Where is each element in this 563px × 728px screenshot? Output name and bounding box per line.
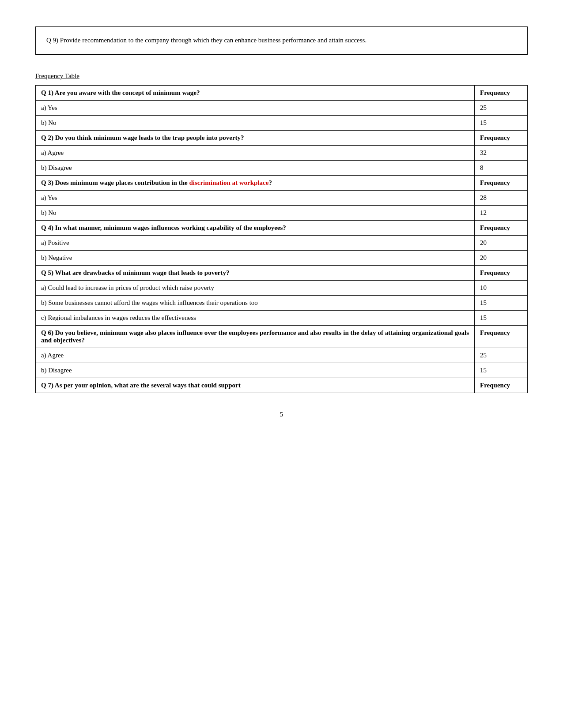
table-row: Q 5) What are drawbacks of minimum wage … [36, 265, 528, 280]
question-text: Q 1) Are you aware with the concept of m… [41, 89, 200, 96]
question-text: Q 7) As per your opinion, what are the s… [41, 382, 241, 389]
freq-cell: 15 [475, 115, 528, 130]
answer-cell: a) Could lead to increase in prices of p… [36, 280, 475, 295]
page-number: 5 [35, 411, 528, 418]
answer-cell: b) No [36, 115, 475, 130]
freq-cell: 25 [475, 348, 528, 363]
freq-cell: 25 [475, 100, 528, 115]
table-row: Q 1) Are you aware with the concept of m… [36, 85, 528, 100]
question-cell: Q 1) Are you aware with the concept of m… [36, 85, 475, 100]
freq-cell: 8 [475, 160, 528, 175]
freq-cell: 15 [475, 363, 528, 378]
table-row: b) Some businesses cannot afford the wag… [36, 295, 528, 310]
answer-cell: b) No [36, 205, 475, 220]
table-row: b) Disagree 8 [36, 160, 528, 175]
freq-header: Frequency [475, 325, 528, 348]
freq-header: Frequency [475, 378, 528, 393]
table-row: b) No 15 [36, 115, 528, 130]
intro-text: Q 9) Provide recommendation to the compa… [46, 35, 517, 46]
freq-label: Frequency [480, 134, 510, 141]
freq-cell: 32 [475, 145, 528, 160]
freq-label: Frequency [480, 269, 510, 276]
answer-cell: b) Negative [36, 250, 475, 265]
table-row: Q 6) Do you believe, minimum wage also p… [36, 325, 528, 348]
table-row: Q 7) As per your opinion, what are the s… [36, 378, 528, 393]
question-text: Q 5) What are drawbacks of minimum wage … [41, 269, 230, 276]
table-row: b) Negative 20 [36, 250, 528, 265]
table-row: Q 3) Does minimum wage places contributi… [36, 175, 528, 190]
freq-cell: 15 [475, 295, 528, 310]
table-row: a) Agree 25 [36, 348, 528, 363]
freq-label: Frequency [480, 224, 510, 231]
answer-cell: a) Agree [36, 348, 475, 363]
question-text: Q 4) In what manner, minimum wages influ… [41, 224, 286, 231]
table-row: a) Yes 25 [36, 100, 528, 115]
answer-cell: b) Some businesses cannot afford the wag… [36, 295, 475, 310]
freq-label: Frequency [480, 89, 510, 96]
question-text: Q 3) Does minimum wage places contributi… [41, 179, 272, 186]
question-cell: Q 6) Do you believe, minimum wage also p… [36, 325, 475, 348]
freq-header: Frequency [475, 265, 528, 280]
answer-cell: b) Disagree [36, 160, 475, 175]
intro-box: Q 9) Provide recommendation to the compa… [35, 26, 528, 55]
freq-header: Frequency [475, 85, 528, 100]
table-row: a) Could lead to increase in prices of p… [36, 280, 528, 295]
answer-cell: a) Yes [36, 100, 475, 115]
answer-cell: b) Disagree [36, 363, 475, 378]
freq-header: Frequency [475, 175, 528, 190]
table-row: Q 2) Do you think minimum wage leads to … [36, 130, 528, 145]
freq-cell: 20 [475, 235, 528, 250]
frequency-table: Q 1) Are you aware with the concept of m… [35, 85, 528, 393]
freq-header: Frequency [475, 130, 528, 145]
question-text: Q 2) Do you think minimum wage leads to … [41, 134, 244, 141]
freq-header: Frequency [475, 220, 528, 235]
answer-cell: c) Regional imbalances in wages reduces … [36, 310, 475, 325]
freq-label: Frequency [480, 179, 510, 186]
freq-cell: 15 [475, 310, 528, 325]
question-cell: Q 2) Do you think minimum wage leads to … [36, 130, 475, 145]
table-row: Q 4) In what manner, minimum wages influ… [36, 220, 528, 235]
answer-cell: a) Yes [36, 190, 475, 205]
question-cell: Q 7) As per your opinion, what are the s… [36, 378, 475, 393]
question-cell: Q 4) In what manner, minimum wages influ… [36, 220, 475, 235]
question-cell: Q 5) What are drawbacks of minimum wage … [36, 265, 475, 280]
answer-cell: a) Positive [36, 235, 475, 250]
freq-cell: 20 [475, 250, 528, 265]
section-title: Frequency Table [35, 72, 528, 80]
table-row: a) Positive 20 [36, 235, 528, 250]
freq-cell: 10 [475, 280, 528, 295]
freq-cell: 12 [475, 205, 528, 220]
table-row: a) Yes 28 [36, 190, 528, 205]
table-row: a) Agree 32 [36, 145, 528, 160]
red-text: discrimination at workplace [189, 179, 268, 186]
table-row: c) Regional imbalances in wages reduces … [36, 310, 528, 325]
table-row: b) No 12 [36, 205, 528, 220]
table-row: b) Disagree 15 [36, 363, 528, 378]
freq-cell: 28 [475, 190, 528, 205]
freq-label: Frequency [480, 382, 510, 389]
freq-label: Frequency [480, 329, 510, 336]
answer-cell: a) Agree [36, 145, 475, 160]
question-cell: Q 3) Does minimum wage places contributi… [36, 175, 475, 190]
question-text: Q 6) Do you believe, minimum wage also p… [41, 329, 469, 344]
